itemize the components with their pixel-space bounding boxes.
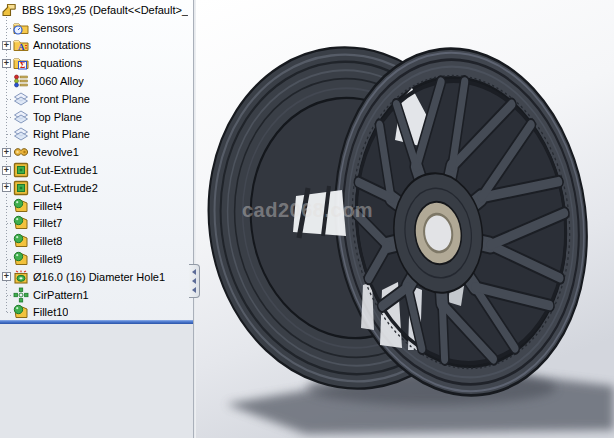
expand-toggle[interactable]: + <box>2 166 11 175</box>
tree-item-label: Top Plane <box>33 111 82 123</box>
cut-extrude-icon <box>13 180 29 196</box>
tree-item-label: Right Plane <box>33 128 90 140</box>
tree-item-label: Cut-Extrude1 <box>33 164 98 176</box>
tree-item-fillet10[interactable]: Fillet10 <box>0 304 193 322</box>
plane-icon <box>13 126 29 142</box>
tree-item-label: Sensors <box>33 22 73 34</box>
tree-item-right-plane[interactable]: Right Plane <box>0 126 193 144</box>
tree-item-revolve1[interactable]: + Revolve1 <box>0 143 193 161</box>
graphics-viewport[interactable]: cad2068.com <box>196 0 614 438</box>
annotations-icon <box>13 37 29 53</box>
tree-item-label: CirPattern1 <box>33 289 89 301</box>
collapse-arrow-icon <box>192 269 196 275</box>
tree-item-label: Equations <box>33 57 82 69</box>
tree-item-label: Fillet8 <box>33 235 62 247</box>
sensors-icon <box>13 20 29 36</box>
part-icon <box>1 2 19 18</box>
tree-item-label: Fillet10 <box>33 306 68 318</box>
tree-item-label: Front Plane <box>33 93 90 105</box>
tree-item-cut-extrude1[interactable]: + Cut-Extrude1 <box>0 161 193 179</box>
tree-item-label: 1060 Alloy <box>33 75 84 87</box>
feature-manager-panel: BBS 19x9,25 (Default<<Default>_ Sensors … <box>0 0 193 438</box>
solidworks-window: BBS 19x9,25 (Default<<Default>_ Sensors … <box>0 0 614 438</box>
fillet-icon <box>13 198 29 214</box>
tree-item-cut-extrude2[interactable]: + Cut-Extrude2 <box>0 179 193 197</box>
cut-extrude-icon <box>13 162 29 178</box>
equations-icon <box>13 55 29 71</box>
tree-item-label: Fillet4 <box>33 200 62 212</box>
tree-item-fillet8[interactable]: Fillet8 <box>0 232 193 250</box>
tree-item-fillet7[interactable]: Fillet7 <box>0 215 193 233</box>
panel-collapse-handle[interactable] <box>189 264 200 298</box>
tree-item-label: Fillet7 <box>33 217 62 229</box>
wheel-3d-model[interactable] <box>196 0 614 438</box>
tree-item-annotations[interactable]: + Annotations <box>0 37 193 55</box>
tree-item-cirpattern1[interactable]: CirPattern1 <box>0 286 193 304</box>
tree-root-part[interactable]: BBS 19x9,25 (Default<<Default>_ <box>0 1 193 19</box>
tree-item-label: Annotations <box>33 39 91 51</box>
tree-item-top-plane[interactable]: Top Plane <box>0 108 193 126</box>
feature-tree: BBS 19x9,25 (Default<<Default>_ Sensors … <box>0 1 193 321</box>
tree-item-sensors[interactable]: Sensors <box>0 19 193 37</box>
expand-toggle[interactable]: + <box>2 41 11 50</box>
tree-item-label: Cut-Extrude2 <box>33 182 98 194</box>
tree-item-equations[interactable]: + Equations <box>0 54 193 72</box>
fillet-icon <box>13 215 29 231</box>
expand-toggle[interactable]: + <box>2 59 11 68</box>
fillet-icon <box>13 251 29 267</box>
expand-toggle[interactable]: + <box>2 272 11 281</box>
tree-item-fillet9[interactable]: Fillet9 <box>0 250 193 268</box>
plane-icon <box>13 91 29 107</box>
tree-item-fillet4[interactable]: Fillet4 <box>0 197 193 215</box>
expand-toggle[interactable]: + <box>2 148 11 157</box>
collapse-arrow-icon <box>192 287 196 293</box>
circular-pattern-icon <box>13 287 29 303</box>
tree-item-label: Ø16.0 (16) Diameter Hole1 <box>33 271 165 283</box>
part-title: BBS 19x9,25 (Default<<Default>_ <box>22 4 188 16</box>
tree-item-label: Revolve1 <box>33 146 79 158</box>
hole-wizard-icon <box>13 269 29 285</box>
collapse-arrow-icon <box>192 278 196 284</box>
material-icon <box>13 73 29 89</box>
tree-item-material-1060-alloy[interactable]: 1060 Alloy <box>0 72 193 90</box>
tree-item-front-plane[interactable]: Front Plane <box>0 90 193 108</box>
tree-item-diameter-hole1[interactable]: + Ø16.0 (16) Diameter Hole1 <box>0 268 193 286</box>
fillet-icon <box>13 304 29 320</box>
plane-icon <box>13 109 29 125</box>
panel-lower-area <box>0 324 193 438</box>
revolve-icon <box>13 144 29 160</box>
fillet-icon <box>13 233 29 249</box>
tree-item-label: Fillet9 <box>33 253 62 265</box>
expand-toggle[interactable]: + <box>2 183 11 192</box>
